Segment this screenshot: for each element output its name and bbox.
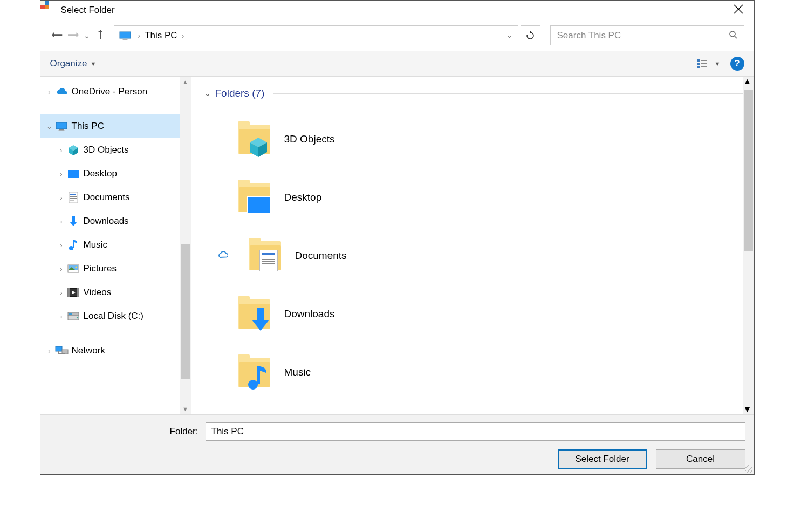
- scrollbar-thumb[interactable]: [744, 90, 753, 251]
- scrollbar-thumb[interactable]: [181, 244, 190, 379]
- documents-icon: [66, 192, 80, 203]
- folder-item-downloads[interactable]: Downloads: [204, 285, 745, 343]
- search-input[interactable]: Search This PC: [550, 25, 744, 45]
- expander-icon[interactable]: ›: [57, 289, 66, 297]
- cancel-button[interactable]: Cancel: [656, 449, 745, 469]
- expander-icon[interactable]: ›: [57, 312, 66, 320]
- tree-label: OneDrive - Person: [72, 86, 148, 97]
- toolbar: Organize ▼ ▼ ?: [40, 51, 754, 77]
- back-button[interactable]: 🠔: [50, 29, 64, 43]
- resize-grip[interactable]: [745, 465, 752, 473]
- address-bar[interactable]: › This PC › ⌄: [114, 25, 518, 45]
- folder-input-row: Folder:: [49, 422, 745, 441]
- chevron-down-icon: ▼: [90, 60, 96, 67]
- svg-rect-24: [70, 198, 77, 199]
- tree-label: Desktop: [84, 168, 117, 179]
- help-button[interactable]: ?: [730, 57, 744, 71]
- organize-button[interactable]: Organize ▼: [50, 58, 97, 69]
- nav-tree: › OneDrive - Person ⌄ This PC › 3D Objec…: [40, 77, 191, 414]
- folder-item-documents[interactable]: Documents: [204, 227, 745, 285]
- svg-point-6: [730, 31, 735, 37]
- folder-item-music[interactable]: Music: [204, 343, 745, 401]
- tree-item-downloads[interactable]: › Downloads: [40, 209, 191, 233]
- svg-rect-4: [122, 39, 128, 40]
- svg-rect-35: [68, 288, 70, 297]
- expander-icon[interactable]: ›: [57, 241, 66, 249]
- folder-label: Folder:: [49, 426, 200, 437]
- svg-rect-13: [701, 66, 707, 67]
- expander-icon[interactable]: ›: [45, 347, 54, 355]
- svg-rect-23: [70, 196, 77, 197]
- folders-group-header[interactable]: ⌄ Folders (7): [204, 87, 745, 99]
- folder-icon: [247, 237, 284, 275]
- tree-item-documents[interactable]: › Documents: [40, 186, 191, 209]
- svg-rect-42: [56, 346, 62, 351]
- tree-item-network[interactable]: › Network: [40, 339, 191, 363]
- tree-item-pictures[interactable]: › Pictures: [40, 257, 191, 281]
- svg-rect-25: [70, 200, 74, 201]
- address-dropdown[interactable]: ⌄: [501, 31, 518, 39]
- folder-label: 3D Objects: [284, 133, 335, 145]
- expander-icon[interactable]: ›: [57, 265, 66, 273]
- expander-icon[interactable]: ⌄: [45, 122, 54, 131]
- svg-rect-52: [257, 366, 260, 384]
- refresh-button[interactable]: [521, 25, 540, 45]
- svg-rect-20: [68, 170, 79, 178]
- tree-item-music[interactable]: › Music: [40, 233, 191, 257]
- help-icon: ?: [734, 58, 740, 69]
- folder-icon: [236, 353, 273, 391]
- tree-item-local-disk-c[interactable]: › Local Disk (C:): [40, 304, 191, 328]
- desktop-icon: [66, 169, 80, 179]
- breadcrumb-sep[interactable]: ›: [135, 31, 144, 40]
- svg-marker-27: [70, 222, 77, 226]
- cube-icon: [66, 144, 80, 156]
- group-title: Folders (7): [215, 87, 265, 99]
- expander-icon[interactable]: ›: [57, 146, 66, 154]
- tree-item-onedrive[interactable]: › OneDrive - Person: [40, 80, 191, 104]
- expander-icon[interactable]: ›: [57, 217, 66, 226]
- folder-item-3d-objects[interactable]: 3D Objects: [204, 110, 745, 168]
- content-scrollbar[interactable]: ▲ ▼: [743, 77, 754, 414]
- forward-button[interactable]: 🠖: [66, 29, 80, 43]
- breadcrumb-this-pc[interactable]: This PC: [143, 30, 178, 41]
- videos-icon: [66, 287, 80, 298]
- navigation-pane: › OneDrive - Person ⌄ This PC › 3D Objec…: [40, 77, 191, 414]
- svg-rect-3: [123, 39, 127, 40]
- tree-label: Pictures: [84, 263, 117, 274]
- svg-rect-49: [257, 308, 264, 320]
- svg-rect-10: [697, 63, 700, 65]
- select-folder-button[interactable]: Select Folder: [558, 449, 647, 469]
- close-button[interactable]: [728, 2, 749, 18]
- folder-item-desktop[interactable]: Desktop: [204, 168, 745, 227]
- folder-label: Documents: [295, 250, 347, 262]
- svg-rect-12: [697, 66, 700, 68]
- expander-icon[interactable]: ›: [57, 194, 66, 202]
- view-options-button[interactable]: ▼: [697, 59, 721, 69]
- expander-icon[interactable]: ›: [57, 170, 66, 178]
- folder-icon: [236, 120, 273, 158]
- svg-rect-43: [62, 350, 68, 354]
- svg-rect-16: [58, 131, 65, 131]
- breadcrumb-sep-2[interactable]: ›: [179, 31, 188, 40]
- tree-item-3d-objects[interactable]: › 3D Objects: [40, 138, 191, 162]
- svg-rect-15: [59, 129, 64, 131]
- tree-item-videos[interactable]: › Videos: [40, 281, 191, 304]
- content-pane: ⌄ Folders (7) 3D Objects: [191, 77, 754, 414]
- organize-label: Organize: [50, 58, 87, 69]
- tree-item-desktop[interactable]: › Desktop: [40, 162, 191, 186]
- tree-item-this-pc[interactable]: ⌄ This PC: [40, 114, 191, 138]
- svg-rect-26: [72, 216, 75, 222]
- tree-label: This PC: [72, 121, 104, 132]
- history-dropdown[interactable]: ⌄: [83, 31, 91, 40]
- folder-name-input[interactable]: [206, 422, 745, 441]
- music-icon: [66, 239, 80, 251]
- svg-rect-36: [77, 288, 79, 297]
- svg-point-33: [75, 266, 77, 268]
- view-list-icon: [697, 59, 709, 69]
- folder-icon: [236, 179, 273, 216]
- up-button[interactable]: 🠕: [93, 29, 107, 42]
- tree-label: Videos: [84, 287, 112, 298]
- expander-icon[interactable]: ›: [45, 88, 54, 96]
- nav-scrollbar[interactable]: ▲ ▼: [180, 77, 191, 414]
- svg-rect-22: [70, 194, 76, 195]
